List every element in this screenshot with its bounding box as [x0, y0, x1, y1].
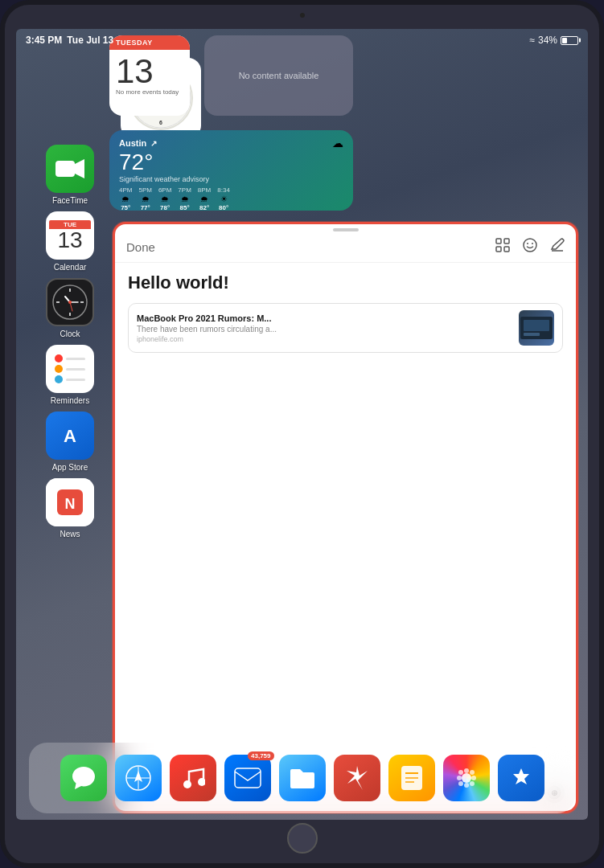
svg-rect-44 [235, 768, 261, 788]
svg-rect-34 [524, 320, 549, 331]
svg-point-11 [68, 301, 72, 304]
status-date: Tue Jul 13 [67, 35, 113, 46]
svg-rect-0 [55, 161, 75, 177]
stickies-link-title: MacBook Pro 2021 Rumors: M... [137, 313, 512, 323]
wifi-icon: ≈ [529, 35, 535, 46]
svg-rect-35 [524, 333, 540, 336]
svg-text:A: A [64, 426, 76, 446]
stickies-edit-icon[interactable] [550, 238, 565, 256]
appstore-label: App Store [52, 463, 88, 472]
battery-icon [561, 36, 578, 45]
dock-photos[interactable] [443, 755, 490, 801]
dock-notes[interactable] [388, 755, 435, 801]
dock-music[interactable] [170, 755, 216, 801]
stickies-content[interactable]: Hello world! MacBook Pro 2021 Rumors: M.… [115, 263, 576, 362]
status-time: 3:45 PM [26, 35, 62, 46]
facetime-label: FaceTime [52, 196, 88, 205]
mail-badge: 43,759 [248, 751, 273, 760]
ipad-screen: 3:45 PM Tue Jul 13 ≈ 34% [16, 29, 588, 820]
stickies-icon-buttons [495, 238, 565, 256]
stickies-link-desc: There have been rumors circulating a... [137, 325, 512, 334]
dock-appstore[interactable] [498, 755, 544, 801]
app-icons-column: FaceTime TUE 13 Calendar [26, 51, 114, 538]
home-button[interactable] [287, 823, 318, 854]
dock-files[interactable] [279, 755, 326, 801]
weather-forecast: 4PM 🌧 75° 5PM 🌧 77° 6PM 🌧 78° 7PM 🌧 [119, 186, 343, 211]
news-label: News [60, 530, 80, 538]
cal-small-body: 13 No more events today [109, 50, 190, 116]
svg-marker-45 [347, 766, 368, 790]
forecast-4pm: 4PM 🌧 75° [119, 186, 132, 211]
svg-point-51 [464, 768, 469, 773]
dock: 43,759 [29, 743, 575, 813]
svg-marker-1 [75, 159, 84, 178]
forecast-834: 8:34 ☀ 80° [217, 186, 230, 211]
svg-point-43 [198, 778, 205, 786]
reminders-app-group[interactable]: Reminders [46, 345, 94, 405]
forecast-6pm: 6PM 🌧 78° [158, 186, 171, 211]
svg-point-52 [464, 783, 469, 788]
weather-desc: Significant weather advisory [119, 175, 343, 183]
status-bar: 3:45 PM Tue Jul 13 ≈ 34% [16, 29, 588, 51]
svg-point-58 [470, 781, 475, 786]
photo-widget-text: No content available [239, 71, 319, 80]
clock-app-icon[interactable] [46, 278, 94, 326]
stickies-title: Hello world! [128, 272, 563, 293]
cal-small-day: 13 [116, 55, 154, 88]
dock-safari[interactable] [115, 755, 162, 801]
cal-icon-num: 13 [57, 229, 82, 252]
dock-mail[interactable]: 43,759 [224, 755, 271, 801]
clock-app-group[interactable]: Clock [46, 278, 94, 338]
svg-rect-28 [504, 247, 509, 252]
calendar-label: Calendar [54, 263, 87, 272]
forecast-7pm: 7PM 🌧 85° [178, 186, 191, 211]
battery-percent: 34% [538, 35, 557, 46]
stickies-done-button[interactable]: Done [126, 240, 155, 254]
stickies-widget[interactable]: Done [113, 222, 578, 813]
svg-rect-27 [496, 247, 501, 252]
svg-point-55 [458, 770, 463, 775]
appstore-app-group[interactable]: A App Store [46, 411, 94, 472]
stickies-grid-icon[interactable] [495, 238, 510, 256]
svg-point-30 [527, 243, 528, 244]
stickies-emoji-icon[interactable] [523, 238, 537, 256]
stickies-link-thumbnail [519, 310, 554, 346]
weather-cloud-icon: ☁ [332, 137, 343, 149]
news-app-group[interactable]: N News [46, 478, 94, 538]
forecast-8pm: 8PM 🌧 82° [198, 186, 211, 211]
ipad-frame: 3:45 PM Tue Jul 13 ≈ 34% [0, 0, 604, 868]
svg-rect-25 [496, 239, 501, 244]
appstore-app-icon[interactable]: A [46, 411, 94, 460]
front-camera [300, 13, 305, 18]
weather-temp: 72° [119, 151, 343, 174]
svg-point-54 [471, 776, 476, 780]
clock-label: Clock [60, 330, 80, 338]
stickies-link-url: iphonelife.com [137, 335, 512, 343]
stickies-link-card[interactable]: MacBook Pro 2021 Rumors: M... There have… [128, 303, 563, 353]
svg-text:N: N [65, 496, 76, 512]
dock-spark[interactable] [334, 755, 380, 801]
cal-small-event: No more events today [116, 88, 179, 96]
svg-point-31 [532, 243, 533, 244]
forecast-5pm: 5PM 🌧 77° [138, 186, 151, 211]
weather-header: Austin ↗ ☁ [119, 137, 343, 149]
svg-point-29 [524, 239, 536, 252]
stickies-link-info: MacBook Pro 2021 Rumors: M... There have… [137, 313, 512, 343]
weather-widget: Austin ↗ ☁ 72° Significant weather advis… [109, 130, 353, 211]
svg-point-50 [462, 773, 471, 783]
svg-point-42 [183, 780, 191, 788]
weather-city: Austin ↗ [119, 138, 157, 148]
calendar-app-group[interactable]: TUE 13 Calendar [46, 211, 94, 272]
reminders-app-icon[interactable] [46, 345, 94, 393]
facetime-app-group[interactable]: FaceTime [46, 145, 94, 205]
battery-fill [562, 38, 567, 43]
status-right: ≈ 34% [529, 35, 578, 46]
facetime-icon[interactable] [46, 145, 94, 193]
stickies-drag-handle [115, 224, 576, 231]
dock-messages[interactable] [60, 755, 107, 801]
stickies-toolbar: Done [115, 231, 576, 263]
calendar-app-icon[interactable]: TUE 13 [46, 211, 94, 260]
svg-point-56 [470, 770, 475, 775]
reminders-label: Reminders [51, 396, 89, 405]
news-app-icon[interactable]: N [46, 478, 94, 526]
